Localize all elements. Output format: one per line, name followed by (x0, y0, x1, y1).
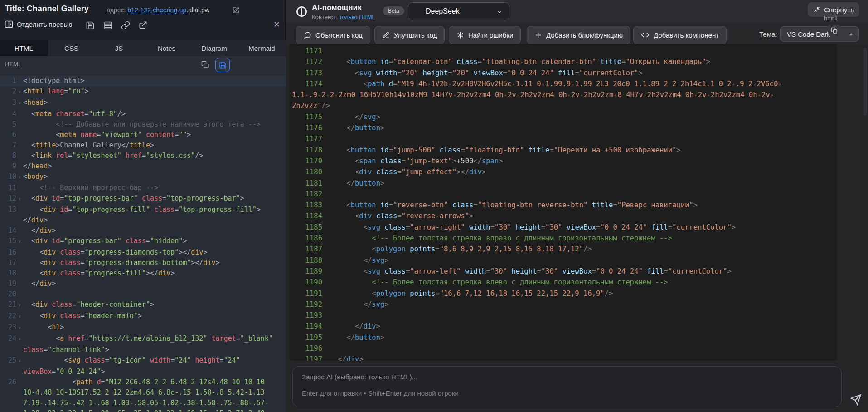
code-line: 1180 <div class="jump-effect"></div> (290, 167, 837, 177)
code-line: class="channel-link"> (0, 345, 286, 355)
collapse-icon (813, 6, 820, 13)
code-line: </div> (0, 215, 286, 226)
improve-code-button[interactable]: Улучшить код (374, 26, 445, 44)
tab-js[interactable]: JS (95, 40, 143, 56)
editor-tabs: HTML CSS JS Notes Diagram Mermaid (0, 40, 286, 56)
ai-title: AI-помощник (312, 3, 361, 12)
tab-css[interactable]: CSS (48, 40, 95, 56)
code-line: 24∨ <a href="https://t.me/alpina_b12_132… (0, 334, 286, 345)
code-line: 23∨ <h1> (0, 322, 286, 334)
address-link[interactable]: b12-132-cheering-up (127, 6, 186, 14)
code-line: 1178 <button id="jump-500" class="floati… (290, 145, 837, 156)
tab-mermaid[interactable]: Mermaid (238, 40, 286, 56)
code-line: 3∨<head> (0, 98, 286, 109)
code-line: 8 <link rel="stylesheet" href="styles.cs… (0, 151, 286, 161)
code-line: 25∨ <svg class="tg-icon" width="24" heig… (0, 355, 286, 367)
detach-preview-label: Отделить превью (17, 20, 72, 28)
tab-diagram[interactable]: Diagram (190, 40, 238, 56)
code-line: 1187 <polygon points="8,6 8,9 2,9 2,15 8… (290, 244, 837, 255)
copy-code-button[interactable] (828, 25, 840, 36)
code-line: 1185 <svg class="arrow-right" width="30"… (290, 222, 837, 233)
model-select[interactable]: DeepSeek (408, 2, 509, 20)
save-icon[interactable] (86, 21, 95, 30)
address-suffix: .allai.pw (186, 6, 209, 14)
code-line: 1192 </svg> (290, 299, 837, 310)
chat-bubble-icon (304, 31, 311, 39)
theme-select[interactable]: VS Code Dark+ (780, 26, 859, 42)
code-line: 1197 </div> (290, 354, 837, 361)
code-line: 13 <div id="top-progress-fill" class="to… (0, 205, 286, 215)
external-link-icon[interactable] (139, 21, 147, 29)
ai-code-view[interactable]: 11711172 <button id="calendar-btn" class… (290, 44, 837, 361)
code-line: 26 <path d="M12 2C6.48 2 2 6.48 2 12s4.4… (0, 377, 286, 387)
code-line: 21∨ <div class="header-container"> (0, 299, 286, 311)
code-line: 1179 <span class="jump-text">+500</span> (290, 156, 837, 167)
code-language-badge: html (824, 15, 838, 22)
code-line: 1181 </button> (290, 178, 837, 189)
code-line: 7.19-.14.75-.42 1-.68 1.03-.58.05-1.02-.… (0, 398, 286, 408)
editor-language-label: HTML (5, 60, 22, 68)
pen-icon (382, 31, 390, 39)
notes-icon[interactable] (103, 21, 113, 30)
ai-logo-icon (296, 5, 308, 18)
code-line: 1183 <button id="reverse-btn" class="flo… (290, 200, 837, 211)
code-line: 1191 <polygon points="16,6 7,12 16,18 16… (290, 288, 837, 299)
find-errors-button[interactable]: Найти ошибки (449, 26, 521, 44)
detach-preview-button[interactable]: Отделить превью (5, 20, 72, 28)
chevron-down-icon (496, 9, 503, 15)
code-line: 1176 </button> (290, 123, 837, 133)
prompt-placeholder: Запрос AI (выбрано: только HTML)... (302, 373, 417, 381)
add-component-button[interactable]: Добавить компонент (633, 26, 727, 44)
copy-code-button[interactable] (199, 58, 211, 71)
site-address: адрес: b12-132-cheering-up.allai.pw (107, 6, 209, 14)
code-line: 1174 <path d="M19 4h-1V2h-2v2H8V2H6v2H5c… (290, 78, 837, 89)
code-line: 22∨ <div class="header-main"> (0, 311, 286, 322)
page-title: Title: Channel Gallery (5, 4, 89, 14)
ai-header: AI-помощник Контекст: только HTML Beta D… (286, 0, 868, 23)
code-line: 1190 <!-- Более толстая стрелка влево с … (290, 277, 837, 288)
tab-html[interactable]: HTML (0, 40, 48, 56)
address-label: адрес: (107, 6, 126, 14)
code-line: 11 <!-- Верхний прогресс-бар --> (0, 183, 286, 193)
sparkle-icon (456, 31, 464, 39)
scrollbar-thumb[interactable] (863, 48, 867, 116)
code-line: 1177 (290, 133, 837, 144)
code-line: 17 <div class="progress-diamonds-bottom"… (0, 258, 286, 268)
edit-address-icon[interactable] (232, 6, 240, 14)
code-line: 15∨ <div id="progress-bar" class="hidden… (0, 236, 286, 247)
code-line: 1188 </svg> (290, 255, 837, 266)
code-line: 2∨<html lang="ru"> (0, 86, 286, 98)
ai-actions-bar: Объяснить код Улучшить код Найти ошибки … (286, 23, 868, 45)
code-line: 1193 (290, 310, 837, 321)
code-line: 1194 </div> (290, 321, 837, 332)
html-code-editor[interactable]: 1<!doctype html>2∨<html lang="ru">3∨<hea… (0, 73, 286, 412)
code-line: 5 <!-- Добавьте или проверьте наличие эт… (0, 119, 286, 130)
code-line: 16 <div class="progress-diamonds-top"></… (0, 247, 286, 258)
code-line: 1172 <button id="calendar-btn" class="fl… (290, 56, 837, 67)
close-icon[interactable]: × (274, 20, 280, 29)
code-line: 4 <meta charset="utf-8"/> (0, 109, 286, 119)
ai-prompt-input[interactable]: Запрос AI (выбрано: только HTML)... Ente… (292, 366, 842, 407)
code-line: 19 </div> (0, 279, 286, 289)
tab-notes[interactable]: Notes (143, 40, 190, 56)
code-line: 12∨ <div id="top-progress-bar" class="to… (0, 193, 286, 205)
ai-assistant-panel: AI-помощник Контекст: только HTML Beta D… (286, 0, 868, 412)
code-line: 6 <meta name="viewport" content=""> (0, 130, 286, 140)
code-line: 1<!doctype html> (0, 76, 286, 86)
code-line: 1186 <!-- Более толстая стрелка вправо с… (290, 233, 837, 244)
send-icon[interactable] (850, 394, 862, 406)
code-line: 10∨<body> (0, 172, 286, 183)
explain-code-button[interactable]: Объяснить код (296, 26, 370, 44)
theme-label: Тема: (759, 23, 777, 45)
save-code-button[interactable] (215, 58, 230, 72)
code-line: viewBox="0 0 24 24"> (0, 367, 286, 377)
code-line: 14 </div> (0, 226, 286, 236)
link-icon[interactable] (121, 21, 130, 30)
code-line: 9</head> (0, 161, 286, 172)
add-block-button[interactable]: Добавить блок/функцию (527, 26, 630, 44)
code-line: 1175 </svg> (290, 112, 837, 123)
context-value[interactable]: только HTML (339, 14, 375, 20)
code-line: 1189 <svg class="arrow-left" width="30" … (290, 266, 837, 277)
code-line: 10-4.48 10-10S17.52 2 12 2zm4.64 6.8c-.1… (0, 387, 286, 398)
code-line: 1173 <svg width="20" height="20" viewBox… (290, 68, 837, 78)
